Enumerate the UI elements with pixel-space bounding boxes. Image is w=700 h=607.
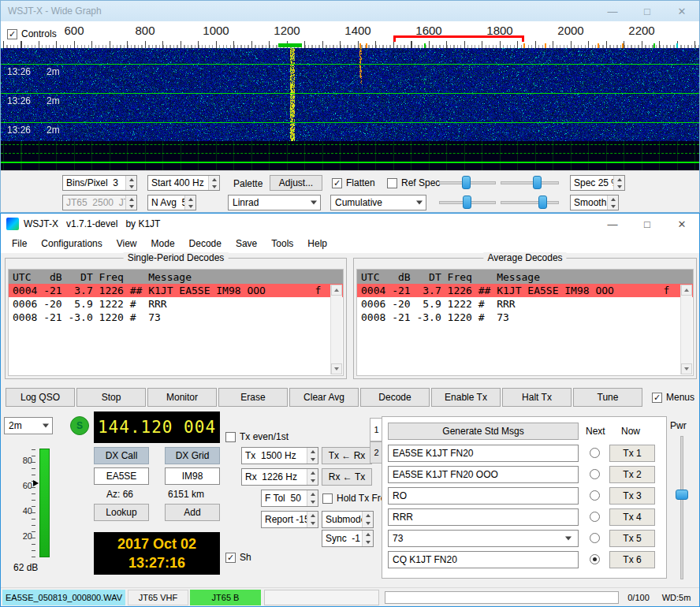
submode-spinner[interactable]: Submode B [322, 511, 374, 528]
close-icon[interactable]: ✕ [665, 1, 699, 21]
tune-button[interactable]: Tune [573, 388, 642, 407]
spinner-arrows[interactable] [307, 512, 318, 527]
tx2-next-radio[interactable] [590, 469, 600, 479]
scroll-down-icon[interactable] [331, 363, 342, 374]
rx-freq-spinner[interactable]: Rx 1226 Hz [241, 468, 318, 486]
spin-down-icon[interactable] [307, 498, 318, 506]
maximize-icon[interactable]: □ [630, 214, 665, 234]
main-titlebar[interactable]: WSJT-X v1.7.1-devel by K1JT — □ ✕ [1, 214, 699, 234]
monitor-button[interactable]: Monitor [147, 388, 217, 407]
scroll-down-icon[interactable] [681, 363, 692, 374]
adjust-button[interactable]: Adjust... [270, 175, 322, 191]
controls-checkbox[interactable]: Controls [7, 28, 57, 39]
dx-grid-button[interactable]: DX Grid [165, 447, 220, 464]
sh-checkbox[interactable]: Sh [225, 552, 251, 563]
menu-view[interactable]: View [110, 236, 144, 251]
scrollbar[interactable] [330, 285, 342, 374]
lookup-button[interactable]: Lookup [94, 504, 149, 521]
display-mode-combo[interactable]: Cumulative [330, 195, 426, 210]
spin-down-icon[interactable] [185, 203, 195, 210]
dx-call-field[interactable]: EA5SE [94, 467, 149, 485]
spin-down-icon[interactable] [126, 183, 136, 190]
spin-up-icon[interactable] [209, 176, 219, 183]
tx2-now-button[interactable]: Tx 2 [609, 466, 655, 483]
spin-up-icon[interactable] [363, 512, 373, 519]
tx5-next-radio[interactable] [590, 533, 600, 543]
spin-down-icon[interactable] [363, 538, 373, 546]
waterfall-canvas[interactable] [1, 48, 699, 141]
tx3-message-field[interactable]: RO [388, 487, 579, 505]
gain-slider[interactable] [439, 175, 496, 191]
spin-down-icon[interactable] [307, 477, 318, 485]
zero-slider[interactable] [501, 175, 559, 191]
tx5-now-button[interactable]: Tx 5 [609, 530, 655, 547]
spinner-arrows[interactable] [307, 469, 318, 485]
spin-down-icon[interactable] [209, 183, 219, 190]
tab-1[interactable]: 1 [370, 418, 382, 441]
tx1-message-field[interactable]: EA5SE K1JT FN20 [388, 445, 579, 462]
generate-std-msgs-button[interactable]: Generate Std Msgs [388, 423, 579, 440]
tx6-message-field[interactable]: CQ K1JT FN20 [388, 551, 579, 568]
rx-from-tx-button[interactable]: Rx ← Tx [322, 468, 372, 486]
decode-row[interactable]: 0008 -21 -3.0 1220 # 73 [357, 311, 693, 324]
tx3-next-radio[interactable] [590, 490, 600, 501]
spin-down-icon[interactable] [307, 519, 318, 527]
tx3-now-button[interactable]: Tx 3 [609, 487, 655, 505]
decode-row[interactable]: 0008 -21 -3.0 1220 # 73 [9, 311, 343, 324]
decode-button[interactable]: Decode [360, 388, 430, 407]
maximize-icon[interactable]: □ [630, 1, 665, 21]
spin-up-icon[interactable] [307, 469, 318, 477]
spin-down-icon[interactable] [307, 456, 318, 464]
slider-handle[interactable] [463, 196, 471, 209]
menu-configurations[interactable]: Configurations [34, 236, 109, 251]
menus-checkbox[interactable]: Menus [652, 392, 694, 403]
tx1-next-radio[interactable] [590, 448, 600, 458]
dx-call-button[interactable]: DX Call [94, 447, 149, 464]
slider-handle[interactable] [533, 176, 542, 189]
tab-2[interactable]: 2 [370, 441, 382, 464]
tx4-message-field[interactable]: RRR [388, 508, 579, 526]
erase-button[interactable]: Erase [218, 388, 288, 407]
spinner-arrows[interactable] [362, 512, 373, 527]
spinner-arrows[interactable] [208, 176, 219, 190]
spinner-arrows[interactable] [125, 176, 136, 190]
spinner-arrows[interactable] [307, 490, 318, 506]
tx1-now-button[interactable]: Tx 1 [609, 445, 655, 462]
tx6-now-button[interactable]: Tx 6 [609, 551, 655, 568]
tx2-message-field[interactable]: EA5SE K1JT FN20 OOO [388, 466, 579, 483]
ref-spec-checkbox[interactable]: Ref Spec [387, 177, 440, 188]
f-tol-spinner[interactable]: F Tol 50 [261, 490, 318, 507]
spin-up-icon[interactable] [307, 512, 318, 519]
minimize-icon[interactable]: — [595, 1, 630, 21]
halt-tx-button[interactable]: Halt Tx [502, 388, 572, 407]
decode-row[interactable]: 0004 -21 3.7 1226 ## K1JT EA5SE IM98 OOO… [9, 284, 343, 297]
decode-row[interactable]: 0006 -20 5.9 1222 # RRR [357, 297, 693, 311]
dx-grid-field[interactable]: IM98 [165, 467, 220, 485]
zero2-slider[interactable] [501, 195, 559, 210]
tx4-next-radio[interactable] [590, 512, 600, 522]
waterfall[interactable]: 13:262m 13:262m 13:262m [1, 48, 699, 141]
spinner-arrows[interactable] [184, 196, 195, 210]
spin-up-icon[interactable] [185, 196, 195, 203]
tx-even-checkbox[interactable]: Tx even/1st [225, 431, 289, 442]
close-icon[interactable]: ✕ [665, 214, 699, 234]
spec-percent-spinner[interactable]: Spec 25 % [570, 175, 625, 191]
spin-down-icon[interactable] [363, 519, 373, 527]
decode-row[interactable]: 0006 -20 5.9 1222 # RRR [9, 297, 343, 311]
spinner-arrows[interactable] [613, 176, 624, 190]
spin-down-icon[interactable] [608, 203, 618, 210]
tx4-now-button[interactable]: Tx 4 [609, 508, 655, 526]
n-avg-spinner[interactable]: N Avg 5 [147, 195, 196, 210]
decode-row[interactable]: 0004 -21 3.7 1226 ## K1JT EA5SE IM98 OOO… [357, 284, 693, 297]
scroll-up-icon[interactable] [681, 285, 692, 296]
menu-save[interactable]: Save [229, 236, 264, 251]
menu-mode[interactable]: Mode [144, 236, 182, 251]
enable-tx-button[interactable]: Enable Tx [431, 388, 501, 407]
bins-pixel-spinner[interactable]: Bins/Pixel 3 [62, 175, 137, 191]
sync-spinner[interactable]: Sync -1 [322, 530, 374, 547]
spin-up-icon[interactable] [363, 531, 373, 538]
scroll-up-icon[interactable] [331, 285, 342, 296]
band-select-combo[interactable]: 2m [4, 417, 53, 434]
average-decode-list[interactable]: UTC dB DT Freq Message 0004 -21 3.7 1226… [356, 269, 694, 376]
wide-graph-titlebar[interactable]: WSJT-X - Wide Graph — □ ✕ [1, 1, 699, 21]
